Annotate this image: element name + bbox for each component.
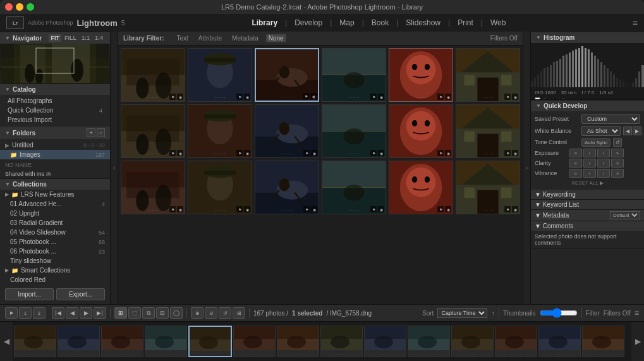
filmstrip-thumb[interactable]: · · · · · [58,326,100,357]
collections-header[interactable]: ▼ Collections [0,178,110,190]
zoom-1to4[interactable]: 1:4 [93,34,105,42]
sort-direction[interactable]: ↑ [491,309,495,317]
filmstrip-thumb[interactable]: · · · · · [277,326,319,357]
photo-cell[interactable]: · · · · · ⚑ ◉ [121,48,185,102]
photo-cell[interactable]: · · · · · ⚑ ◉ [322,161,386,214]
filmstrip-thumb[interactable]: · · · · · [408,326,450,357]
keyword-list-header[interactable]: ▼ Keyword List [531,200,644,209]
qd-exp-dbl-dec[interactable]: « [569,149,582,157]
compare-view-button[interactable]: ⧉ [142,307,155,319]
collection-group-lrs[interactable]: ▶ 📁 LRS New Features [0,190,110,199]
import-button[interactable]: Import... [5,288,54,300]
filmstrip-thumb[interactable]: · · · · · [364,326,406,357]
nav-first[interactable]: |◀ [52,307,64,319]
view-photo-3[interactable]: 2 [33,307,46,319]
zoom-1to1[interactable]: 1:1 [80,34,92,42]
filter-metadata[interactable]: Metadata [229,34,261,42]
tab-map[interactable]: Map [333,16,360,30]
collection-tiny[interactable]: Tiny slideshow [0,256,110,266]
filmstrip-thumb[interactable]: · · · · · [188,326,232,357]
qd-exp-inc[interactable]: › [597,149,610,157]
qd-cla-dbl-inc[interactable]: » [611,159,624,168]
loupe-view-button[interactable]: ⬚ [128,307,141,319]
filmstrip-thumb[interactable]: · · · · · [233,326,276,357]
catalog-quick-collection[interactable]: Quick Collection 4 [0,106,110,115]
folders-add[interactable]: + [87,128,95,137]
collection-upright[interactable]: 02 Upright [0,209,110,218]
qd-reset-all[interactable]: RESET ALL ▶ [535,179,640,187]
metadata-preset-select[interactable]: Default [610,211,640,219]
photo-cell[interactable]: · · · · · ⚑ ◉ [322,104,386,158]
qd-cla-dbl-dec[interactable]: « [569,159,582,168]
export-button[interactable]: Export... [56,288,105,300]
survey-view-button[interactable]: ⊟ [156,307,169,319]
people-view-button[interactable]: ◯ [170,307,183,319]
histogram-header[interactable]: ▼ Histogram [531,32,644,43]
quick-develop-header[interactable]: ▼ Quick Develop [531,100,644,111]
catalog-all-photos[interactable]: All Photographs [0,96,110,106]
collection-video[interactable]: 04 Video Slideshow 54 [0,228,110,237]
original-photo-checkbox[interactable] [535,97,540,100]
filmstrip-thumb[interactable]: · · · · · [582,326,624,357]
photo-cell[interactable]: · · · · · ⚑ ◉ [255,161,319,214]
maximize-button[interactable] [27,3,34,11]
photo-cell[interactable]: · · · · · ⚑ ◉ [121,161,185,214]
tool-4[interactable]: ⊞ [233,307,245,319]
photo-cell[interactable]: · · · · · ⚑ ◉ [456,161,520,214]
metadata-header[interactable]: ▼ Metadata Default [531,210,644,221]
tab-web[interactable]: Web [484,16,512,30]
tab-book[interactable]: Book [365,16,395,30]
minimize-button[interactable] [16,3,23,11]
photo-cell[interactable]: · · · · · ⚑ ◉ [188,104,252,158]
filmstrip-thumb[interactable]: · · · · · [101,326,143,357]
photo-cell[interactable]: · · · · · ⚑ ◉ [255,48,319,102]
filmstrip-thumb[interactable]: · · · · · [538,326,581,357]
menu-icon[interactable]: ≡ [633,18,638,28]
photo-cell[interactable]: · · · · · ⚑ ◉ [389,104,453,158]
qd-saved-preset-select[interactable]: Custom [581,114,640,124]
comments-header[interactable]: ▼ Comments [531,221,644,231]
collection-advanced[interactable]: 01 Advanced He... 4 [0,199,110,209]
filmstrip-thumb[interactable]: · · · · · [145,326,187,357]
qd-wb-increase[interactable]: ▶ [633,126,641,135]
tab-library[interactable]: Library [245,16,284,30]
qd-wb-decrease[interactable]: ◀ [623,126,632,135]
collection-radial[interactable]: 03 Radial Gradient [0,218,110,228]
tab-print[interactable]: Print [451,16,480,30]
tab-slideshow[interactable]: Slideshow [399,16,447,30]
tool-3[interactable]: ↺ [219,307,231,319]
collection-colored-red[interactable]: Colored Red [0,275,110,285]
tool-1[interactable]: ⊕ [191,307,204,319]
catalog-header[interactable]: ▼ Catalog [0,83,110,95]
folders-header[interactable]: ▼ Folders + − [0,126,110,139]
nav-next[interactable]: ▶ [80,307,92,319]
photo-cell[interactable]: · · · · · ⚑ ◉ [456,48,520,102]
view-photo-button[interactable]: ▶ [5,307,18,319]
filmstrip-thumb[interactable]: · · · · · [495,326,537,357]
filmstrip-thumb[interactable]: · · · · · [14,326,56,357]
collection-smart-header[interactable]: ▶ 📁 Smart Collections [0,266,110,275]
filter-none[interactable]: None [266,34,286,42]
photo-cell[interactable]: · · · · · ⚑ ◉ [121,104,185,158]
qd-vib-inc[interactable]: › [597,169,610,178]
zoom-fill[interactable]: FILL [63,34,78,42]
navigator-header[interactable]: ▼ Navigator FIT FILL 1:1 1:4 [0,32,110,44]
photo-cell[interactable]: · · · · · ⚑ ◉ [389,48,453,102]
filmstrip-nav-left[interactable]: ◀ [0,322,13,361]
catalog-previous-import[interactable]: Previous Import [0,115,110,125]
tool-2[interactable]: ⊙ [205,307,217,319]
nav-last[interactable]: ▶| [94,307,106,319]
qd-cla-dec[interactable]: ‹ [583,159,596,168]
qd-white-balance-select[interactable]: As Shot [581,126,621,136]
qd-cla-inc[interactable]: › [597,159,610,168]
filmstrip-nav-right[interactable]: ▶ [631,322,644,361]
qd-auto-button[interactable]: Auto Sync [581,138,611,147]
qd-reset-arrow[interactable]: ↺ [613,138,622,147]
collection-photobook2[interactable]: 06 Photobook ... 23 [0,247,110,256]
grid-view-button[interactable]: ⊞ [114,307,127,319]
right-panel-collapse[interactable]: › [523,32,530,304]
qd-vib-dec[interactable]: ‹ [583,169,596,178]
tab-develop[interactable]: Develop [288,16,329,30]
left-panel-collapse[interactable]: ‹ [111,32,118,304]
folder-untitled[interactable]: ▶ Untitled 0→0→23 [0,140,110,150]
